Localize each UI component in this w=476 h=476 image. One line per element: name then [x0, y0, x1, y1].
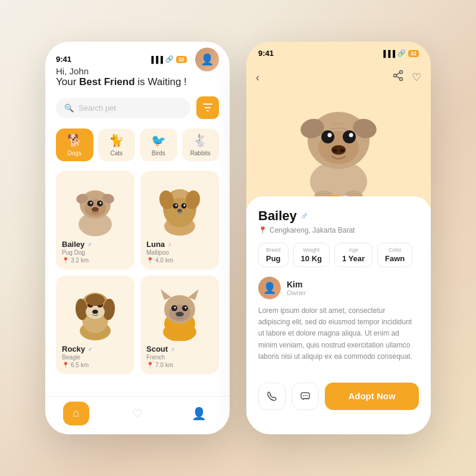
scout-name: Scout [146, 345, 168, 353]
search-placeholder: Search pet [79, 104, 116, 112]
svg-point-24 [184, 205, 186, 206]
location-pin-icon-3: 📍 [62, 362, 69, 368]
filter-button[interactable] [196, 96, 219, 119]
pet-card-bailey[interactable]: Bailey ♂ Pug Dog 📍 3.2 km [56, 171, 134, 270]
cats-label: Cats [110, 150, 123, 156]
category-tabs: 🐕 Dogs 🐈 Cats 🐦 Birds 🐇 Rabbits [56, 129, 219, 161]
favorite-icon[interactable]: ♡ [412, 71, 421, 84]
pet-card-scout[interactable]: Scout ♂ French 📍 7.0 km [140, 275, 219, 374]
dogs-icon: 🐕 [67, 133, 82, 148]
svg-rect-2 [206, 110, 209, 111]
rocky-gender: ♂ [87, 346, 92, 353]
color-label: Color [385, 247, 405, 253]
hero-actions: ♡ [393, 70, 421, 84]
greeting-hi: Hi, John [56, 66, 187, 76]
greeting-block: 9:41 ▐▐▐ 🔗 32 Hi, John Your Best Friend … [56, 48, 187, 96]
pet-info-rocky: Rocky ♂ Beagle 📍 6.5 km [56, 341, 134, 368]
svg-point-51 [400, 78, 403, 81]
location-pin-detail: 📍 [258, 226, 267, 234]
svg-point-10 [90, 202, 92, 204]
time-right: 9:41 [258, 49, 274, 58]
rocky-name: Rocky [62, 345, 85, 353]
weight-value: 10 Kg [301, 254, 322, 263]
rocky-breed: Beagle [62, 354, 129, 361]
svg-point-49 [400, 71, 403, 74]
home-button[interactable]: ⌂ [63, 402, 89, 425]
svg-marker-41 [161, 289, 171, 300]
category-birds[interactable]: 🐦 Birds [140, 129, 177, 161]
category-rabbits[interactable]: 🐇 Rabbits [182, 129, 220, 161]
rabbits-label: Rabbits [190, 150, 211, 156]
dogs-label: Dogs [68, 150, 82, 156]
greeting: Hi, John Your Best Friend is Waiting ! [56, 66, 187, 88]
pet-info-luna: Luna ♀ Maltipoo 📍 4.0 km [140, 236, 219, 264]
nav-home[interactable]: ⌂ [61, 402, 91, 425]
age-value: 1 Year [342, 254, 365, 263]
svg-point-50 [394, 74, 397, 77]
detail-location-text: Cengkareng, Jakarta Barat [270, 226, 355, 234]
detail-tags: Breed Pug Weight 10 Kg Age 1 Year Color … [258, 243, 419, 267]
color-value: Fawn [385, 254, 405, 263]
svg-point-36 [92, 310, 98, 314]
status-bar-left: 9:41 ▐▐▐ 🔗 32 [56, 48, 187, 66]
birds-icon: 🐦 [151, 133, 166, 148]
pet-image-rocky [56, 275, 134, 341]
svg-point-12 [92, 207, 99, 212]
status-bar-right: 9:41 ▐▐▐ 🔗 32 [246, 42, 431, 60]
pet-image-luna [140, 171, 219, 236]
tag-age: Age 1 Year [334, 243, 372, 267]
svg-rect-0 [203, 104, 212, 105]
chat-button[interactable] [292, 383, 319, 410]
profile-icon: 👤 [192, 406, 206, 421]
nav-profile[interactable]: 👤 [184, 402, 214, 425]
category-dogs[interactable]: 🐕 Dogs [56, 129, 93, 161]
hero-pug-image [291, 83, 386, 202]
heart-icon: ♡ [132, 406, 143, 421]
pet-image-bailey [56, 171, 134, 236]
bailey-location: 📍 3.2 km [62, 257, 129, 264]
svg-line-52 [396, 73, 399, 75]
tag-weight: Weight 10 Kg [293, 243, 330, 267]
share-icon[interactable] [393, 70, 403, 84]
status-icons-left: ▐▐▐ 🔗 32 [149, 55, 186, 63]
bailey-gender: ♂ [87, 241, 92, 248]
luna-gender: ♀ [167, 241, 172, 248]
svg-point-66 [340, 149, 345, 152]
owner-info: Kim Owner [287, 280, 306, 296]
category-cats[interactable]: 🐈 Cats [98, 129, 136, 161]
signal-icon: ▐▐▐ [149, 56, 162, 63]
scout-breed: French [146, 354, 213, 361]
owner-name: Kim [287, 280, 306, 289]
adopt-now-button[interactable]: Adopt Now [325, 383, 419, 410]
pet-info-scout: Scout ♂ French 📍 7.0 km [140, 341, 219, 368]
owner-row: 👤 Kim Owner [258, 277, 419, 299]
scout-location: 📍 7.0 km [146, 362, 213, 368]
pet-name-scout: Scout ♂ [146, 345, 213, 353]
bottom-nav: ⌂ ♡ 👤 [45, 396, 230, 434]
location-pin-icon-2: 📍 [146, 257, 154, 264]
nav-favorites[interactable]: ♡ [123, 402, 152, 425]
notification-badge-right: 32 [408, 50, 419, 57]
owner-avatar: 👤 [258, 277, 281, 299]
search-box[interactable]: 🔍 Search pet [56, 98, 190, 118]
pet-card-rocky[interactable]: Rocky ♂ Beagle 📍 6.5 km [56, 275, 134, 374]
adopt-now-label: Adopt Now [348, 391, 395, 401]
call-button[interactable] [258, 383, 286, 410]
owner-role: Owner [287, 289, 306, 296]
pet-detail-card: Bailey ♂ 📍 Cengkareng, Jakarta Barat Bre… [246, 196, 431, 419]
cats-icon: 🐈 [109, 133, 124, 148]
svg-line-53 [396, 76, 399, 79]
detail-location: 📍 Cengkareng, Jakarta Barat [258, 226, 419, 234]
breed-value: Pug [266, 254, 281, 263]
pet-detail-gender: ♂ [300, 210, 309, 223]
user-avatar[interactable]: 👤 [195, 48, 219, 71]
right-phone: 9:41 ▐▐▐ 🔗 32 ‹ ♡ [246, 42, 431, 434]
back-button[interactable]: ‹ [256, 71, 259, 84]
pet-card-luna[interactable]: Luna ♀ Maltipoo 📍 4.0 km [140, 171, 219, 270]
detail-name-row: Bailey ♂ [258, 208, 419, 224]
breed-label: Breed [266, 247, 281, 253]
location-pin-icon: 📍 [62, 257, 69, 264]
svg-point-62 [349, 133, 353, 137]
greeting-tagline: Your Best Friend is Waiting ! [56, 76, 187, 88]
french-bulldog-illustration [150, 278, 209, 341]
